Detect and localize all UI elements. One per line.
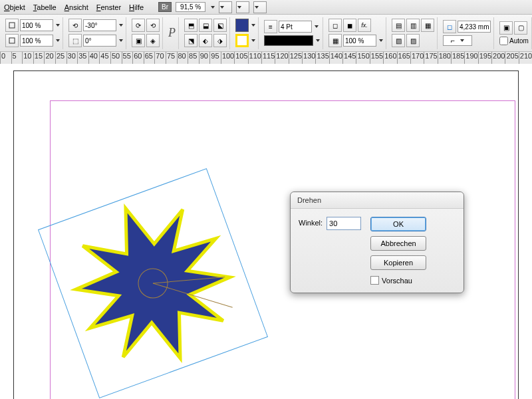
text-wrap-icon-3[interactable]: ▦ (421, 19, 434, 32)
opacity-input-1[interactable] (20, 19, 53, 31)
ruler-tick: 110 (248, 52, 261, 64)
ruler-tick: 95 (209, 52, 221, 64)
rotation-input[interactable] (83, 19, 116, 31)
menu-objekt[interactable]: Objekt (4, 3, 25, 11)
ruler-tick: 100 (221, 52, 234, 64)
pathfinder-icon[interactable]: ⬕ (213, 19, 227, 32)
document-canvas[interactable]: Drehen Winkel: OK Abbrechen Kopieren Vor… (0, 64, 532, 399)
shear-icon[interactable]: ⬚ (68, 34, 82, 47)
dropdown-icon[interactable] (251, 24, 255, 27)
opacity-input-2[interactable] (20, 35, 53, 47)
ruler-tick: 210 (519, 52, 532, 64)
opacity-input-3[interactable] (343, 35, 376, 47)
text-wrap-icon-1[interactable]: ▤ (392, 19, 405, 32)
ruler-tick: 135 (315, 52, 329, 64)
corner-options-icon[interactable]: ◻ (443, 20, 456, 33)
opacity-icon-2[interactable] (5, 34, 19, 47)
ruler-strip: 0510152025303540455055606570758085909510… (0, 52, 532, 64)
dropdown-icon[interactable] (315, 25, 319, 28)
ruler-tick: 190 (464, 52, 477, 64)
ruler-tick: 105 (234, 52, 247, 64)
stroke-weight-input[interactable] (279, 21, 312, 33)
ruler-tick: 55 (122, 52, 133, 64)
ruler-tick: 140 (329, 52, 342, 64)
preview-label: Vorschau (382, 277, 412, 285)
ruler-tick: 160 (383, 52, 396, 64)
frame-fitting-icon-2[interactable]: ▢ (514, 21, 527, 35)
dropdown-icon[interactable] (379, 39, 383, 42)
ruler-tick: 30 (66, 52, 78, 64)
zoom-dropdown-icon[interactable] (211, 6, 215, 9)
menu-hilfe[interactable]: Hilfe (129, 3, 144, 11)
preview-checkbox[interactable] (370, 276, 379, 285)
zoom-level[interactable]: 91,5 % (176, 2, 205, 12)
rotate-dialog: Drehen Winkel: OK Abbrechen Kopieren Vor… (290, 192, 464, 293)
svg-rect-4 (9, 23, 15, 28)
ruler-tick: 60 (132, 52, 144, 64)
flip-horizontal-icon[interactable]: ⟳ (132, 19, 145, 32)
bridge-icon[interactable]: Br (158, 2, 172, 12)
auto-fit-checkbox[interactable] (499, 37, 508, 45)
ruler-tick: 50 (110, 52, 122, 64)
stroke-style-swatch[interactable] (264, 35, 313, 46)
stroke-color-swatch[interactable] (235, 34, 249, 47)
opacity-icon-3[interactable]: ▦ (329, 34, 342, 47)
opacity-icon[interactable] (5, 19, 19, 32)
dropdown-icon[interactable] (251, 39, 255, 42)
select-container-icon[interactable]: ▣ (132, 34, 145, 47)
ruler-tick: 130 (302, 52, 315, 64)
screen-mode-icon[interactable] (219, 1, 232, 13)
ruler-tick: 40 (88, 52, 100, 64)
ruler-tick: 45 (99, 52, 110, 64)
ruler-tick: 115 (261, 52, 275, 64)
menu-tabelle[interactable]: Tabelle (33, 3, 57, 11)
ruler-tick: 125 (289, 52, 302, 64)
workspace-icon[interactable] (253, 1, 267, 13)
angle-label: Winkel: (299, 217, 323, 227)
flip-vertical-icon[interactable]: ⟲ (146, 19, 160, 32)
drop-shadow-icon[interactable]: ◼ (343, 19, 356, 32)
ruler-tick: 200 (491, 52, 505, 64)
distribute-icon[interactable]: ⬓ (199, 19, 212, 32)
ruler-tick: 150 (356, 52, 369, 64)
frame-fitting-icon-1[interactable]: ▣ (499, 21, 513, 35)
menu-fenster[interactable]: Fenster (96, 3, 121, 11)
align-icon-2[interactable]: ⬔ (184, 34, 198, 47)
select-content-icon[interactable]: ◈ (146, 34, 160, 47)
svg-rect-5 (9, 38, 15, 43)
text-wrap-icon-2[interactable]: ▥ (406, 19, 420, 32)
effects-icon[interactable]: ◻ (329, 19, 342, 32)
paragraph-style-icon[interactable]: P (168, 26, 176, 40)
align-icon[interactable]: ⬒ (184, 19, 198, 32)
ruler-tick: 80 (177, 52, 188, 64)
ruler-tick: 5 (11, 52, 23, 64)
dropdown-icon[interactable] (56, 39, 60, 42)
dropdown-icon[interactable] (119, 24, 123, 27)
dropdown-icon[interactable] (316, 39, 320, 42)
fx-icon[interactable]: fx. (358, 19, 371, 32)
text-wrap-icon-4[interactable]: ▧ (392, 34, 405, 47)
shear-input[interactable] (83, 35, 116, 47)
dropdown-icon[interactable] (56, 24, 60, 27)
text-wrap-icon-5[interactable]: ▨ (406, 34, 420, 47)
arrange-icon[interactable] (236, 1, 249, 13)
ruler-tick: 165 (397, 52, 410, 64)
ruler-tick: 10 (22, 52, 33, 64)
angle-input[interactable] (327, 217, 361, 230)
menu-ansicht[interactable]: Ansicht (65, 3, 88, 11)
copy-button[interactable]: Kopieren (370, 255, 426, 270)
ruler-tick: 35 (77, 52, 88, 64)
dropdown-icon[interactable] (119, 39, 123, 42)
corner-shape-select[interactable]: ⌐ (443, 35, 472, 46)
align-icon-3[interactable]: ⬖ (199, 34, 212, 47)
ok-button[interactable]: OK (370, 217, 426, 231)
stroke-weight-icon[interactable]: ≡ (264, 20, 277, 33)
width-input[interactable] (458, 21, 491, 33)
ruler-tick: 25 (55, 52, 66, 64)
align-icon-4[interactable]: ⬗ (213, 34, 227, 47)
cancel-button[interactable]: Abbrechen (370, 236, 426, 251)
ruler-tick: 75 (166, 52, 177, 64)
ruler-tick: 20 (44, 52, 55, 64)
fill-color-swatch[interactable] (235, 19, 249, 32)
rotate-icon[interactable]: ⟲ (68, 19, 82, 32)
